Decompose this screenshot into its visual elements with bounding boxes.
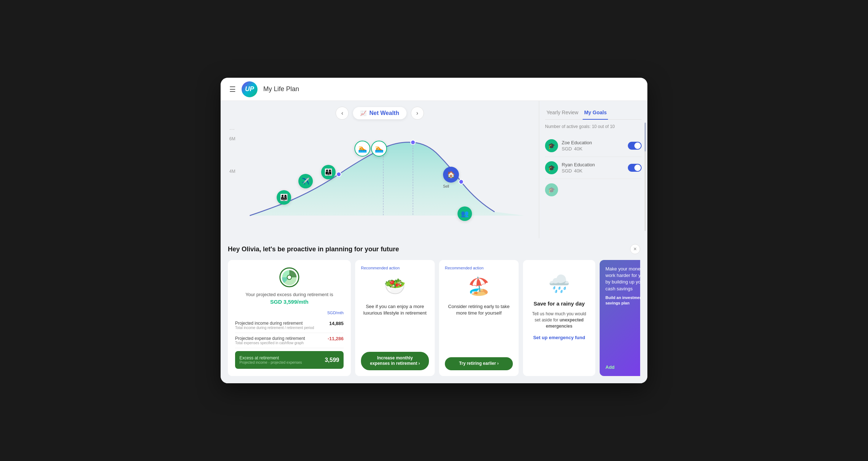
tab-my-goals[interactable]: My Goals xyxy=(583,107,608,120)
chart-container: ··· 6M 4M xyxy=(228,125,532,227)
proj-footer-label: Excess at retirement xyxy=(239,355,302,360)
toggle-ryan[interactable] xyxy=(628,164,642,172)
bottom-header: Hey Olivia, let's be proactive in planni… xyxy=(228,244,640,254)
action-illustration-retire: 🏖️ xyxy=(464,274,493,299)
header: ☰ UP My Life Plan xyxy=(221,78,647,101)
sidebar: Yearly Review My Goals Number of active … xyxy=(539,101,647,238)
chart-svg xyxy=(242,125,532,223)
chart-nav: ‹ 📈 Net Wealth › xyxy=(228,107,532,120)
active-goals-text: Number of active goals: 10 out of 10 xyxy=(545,124,642,129)
cards-row: Your projected excess during retirement … xyxy=(228,260,640,376)
goal-name-ryan: Ryan Education xyxy=(562,162,624,167)
chart-prev-button[interactable]: ‹ xyxy=(336,107,349,120)
projection-row-expense: Projected expense during retirement Tota… xyxy=(235,333,344,348)
promo-sub: Build an investment savings plan xyxy=(605,295,640,306)
projection-icon xyxy=(279,267,299,287)
chart-line-icon: 📈 xyxy=(360,110,366,116)
tab-yearly-review[interactable]: Yearly Review xyxy=(545,107,580,120)
goal-name-zoe: Zoe Education xyxy=(562,140,624,145)
rainy-day-card: 🌧️ Save for a rainy day Tell us how much… xyxy=(523,260,595,376)
action-illustration-lifestyle: 🥗 xyxy=(380,274,409,299)
projection-amount: SGD 3,599/mth xyxy=(235,299,344,305)
action-card-retire: Recommended action 🏖️ Consider retiring … xyxy=(439,260,519,376)
proj-label-expense: Projected expense during retirement xyxy=(235,336,305,341)
promo-add-button[interactable]: Add xyxy=(605,364,614,370)
app-title: My Life Plan xyxy=(263,85,299,93)
goal-icon-zoe: 🎓 xyxy=(545,139,558,152)
menu-icon[interactable]: ☰ xyxy=(229,85,236,94)
svg-point-7 xyxy=(287,275,292,279)
svg-point-1 xyxy=(381,146,386,150)
proj-sub-income: Total income during retirement / retirem… xyxy=(235,326,314,330)
goal-icon-partial: 🎓 xyxy=(545,183,558,196)
toggle-zoe[interactable] xyxy=(628,142,642,150)
goal-info-ryan: Ryan Education SGD 40K xyxy=(562,162,624,174)
chart-area: ‹ 📈 Net Wealth › ··· 6M 4M xyxy=(221,101,539,238)
rec-label-1: Recommended action xyxy=(361,266,400,270)
projection-row-income: Projected income during retirement Total… xyxy=(235,318,344,333)
projection-footer: Excess at retirement Projected income - … xyxy=(235,351,344,369)
action-text-lifestyle: See if you can enjoy a more luxurious li… xyxy=(361,303,429,346)
close-button[interactable]: × xyxy=(630,244,640,254)
proj-footer-val: 3,599 xyxy=(325,357,339,363)
list-item: 🎓 Ryan Education SGD 40K xyxy=(545,157,642,179)
goal-item-partial: 🎓 xyxy=(545,179,642,196)
chart-next-button[interactable]: › xyxy=(411,107,424,120)
scrollbar-thumb[interactable] xyxy=(644,123,646,151)
goal-amount-zoe: SGD 40K xyxy=(562,145,624,151)
y-label-6m: 6M xyxy=(229,136,235,141)
proj-val-expense: -11,286 xyxy=(328,336,344,345)
projection-table-header: SGD/mth xyxy=(235,311,344,315)
bottom-title: Hey Olivia, let's be proactive in planni… xyxy=(228,246,399,253)
main-content: ‹ 📈 Net Wealth › ··· 6M 4M xyxy=(221,101,647,383)
action-btn-lifestyle[interactable]: Increase monthly expenses in retirement … xyxy=(361,352,429,370)
goal-info-zoe: Zoe Education SGD 40K xyxy=(562,140,624,151)
chart-label-pill: 📈 Net Wealth xyxy=(353,107,406,119)
y-label-dots: ··· xyxy=(229,125,235,133)
promo-card: Make your money work harder for you by b… xyxy=(600,260,640,376)
svg-point-3 xyxy=(459,180,463,184)
rainy-title: Save for a rainy day xyxy=(533,300,585,307)
action-text-retire: Consider retiring early to take more tim… xyxy=(445,303,513,351)
action-card-lifestyle: Recommended action 🥗 See if you can enjo… xyxy=(355,260,435,376)
bottom-section: Hey Olivia, let's be proactive in planni… xyxy=(221,238,647,383)
top-section: ‹ 📈 Net Wealth › ··· 6M 4M xyxy=(221,101,647,238)
y-label-4m: 4M xyxy=(229,169,235,174)
rainy-text: Tell us how much you would set aside for… xyxy=(529,311,590,329)
goal-amount-ryan: SGD 40K xyxy=(562,167,624,174)
proj-label-income: Projected income during retirement xyxy=(235,321,314,326)
scrollbar-track xyxy=(644,123,646,231)
rainy-illustration: 🌧️ xyxy=(546,273,572,295)
proj-sub-expense: Total expenses specified in cashflow gra… xyxy=(235,341,305,345)
sidebar-tabs: Yearly Review My Goals xyxy=(545,107,642,120)
svg-point-0 xyxy=(337,172,341,176)
projection-card: Your projected excess during retirement … xyxy=(228,260,351,376)
device-frame: ☰ UP My Life Plan ‹ 📈 Net Wealth › ··· xyxy=(221,78,647,383)
rec-label-2: Recommended action xyxy=(445,266,484,270)
rainy-link[interactable]: Set up emergency fund xyxy=(533,335,585,340)
promo-text: Make your money work harder for you by b… xyxy=(605,266,640,292)
goal-icon-ryan: 🎓 xyxy=(545,161,558,174)
action-btn-retire[interactable]: Try retiring earlier › xyxy=(445,357,513,370)
list-item: 🎓 Zoe Education SGD 40K xyxy=(545,135,642,157)
proj-val-income: 14,885 xyxy=(329,321,344,330)
chart-label-text: Net Wealth xyxy=(369,110,399,116)
projection-text: Your projected excess during retirement … xyxy=(235,292,344,297)
logo: UP xyxy=(242,81,258,97)
proj-footer-sub: Projected income - projected expenses xyxy=(239,360,302,364)
